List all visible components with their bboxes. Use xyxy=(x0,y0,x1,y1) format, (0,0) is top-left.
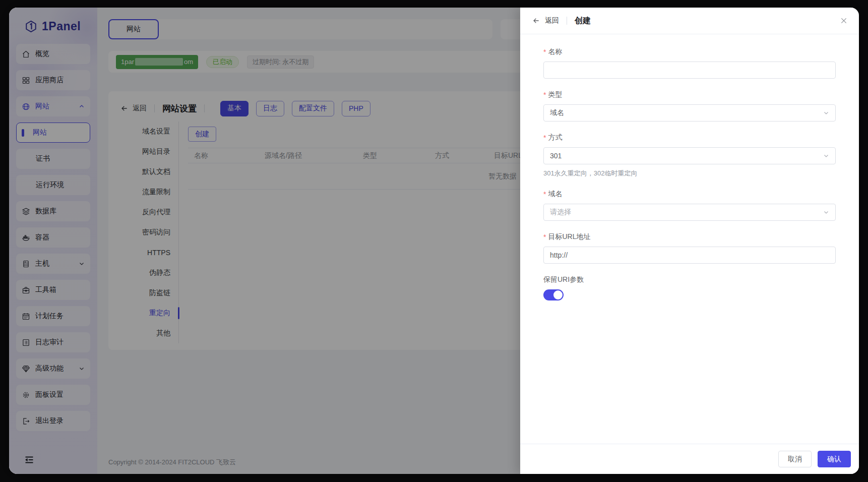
domain-select[interactable]: 请选择 xyxy=(543,204,836,221)
required-marker: * xyxy=(543,190,546,198)
field-keep-uri: 保留URI参数 xyxy=(543,275,836,300)
drawer-footer: 取消 确认 xyxy=(520,444,859,474)
type-label: 类型 xyxy=(548,90,562,99)
mode-hint-text: 301永久重定向，302临时重定向 xyxy=(543,169,836,178)
name-input[interactable] xyxy=(543,62,836,79)
required-marker: * xyxy=(543,91,546,99)
chevron-down-icon xyxy=(823,209,829,215)
required-marker: * xyxy=(543,48,546,56)
drawer-back-label: 返回 xyxy=(545,16,559,25)
chevron-down-icon xyxy=(823,153,829,159)
drawer-header: 返回 创建 xyxy=(520,8,859,34)
close-icon[interactable] xyxy=(840,17,848,25)
field-mode: * 方式 301 301永久重定向，302临时重定向 xyxy=(543,133,836,178)
mode-select[interactable]: 301 xyxy=(543,147,836,164)
keep-uri-toggle[interactable] xyxy=(543,289,564,300)
toggle-knob xyxy=(553,290,563,299)
type-select-value: 域名 xyxy=(550,108,564,117)
cancel-button[interactable]: 取消 xyxy=(778,451,812,467)
mode-select-value: 301 xyxy=(550,152,562,160)
required-marker: * xyxy=(543,134,546,142)
keep-uri-label: 保留URI参数 xyxy=(543,275,584,284)
app-window: 1Panel 概览 xyxy=(9,8,859,474)
chevron-down-icon xyxy=(823,110,829,116)
field-target-url: * 目标URL地址 xyxy=(543,232,836,264)
confirm-button[interactable]: 确认 xyxy=(818,451,851,467)
required-marker: * xyxy=(543,233,546,241)
field-domain: * 域名 请选择 xyxy=(543,190,836,221)
field-type: * 类型 域名 xyxy=(543,90,836,122)
domain-select-placeholder: 请选择 xyxy=(550,208,571,217)
target-url-label: 目标URL地址 xyxy=(548,232,590,242)
divider xyxy=(567,17,567,25)
field-name: * 名称 xyxy=(543,47,836,79)
screenshot-stage: 1Panel 概览 xyxy=(0,0,868,482)
domain-label: 域名 xyxy=(548,190,562,199)
mode-label: 方式 xyxy=(548,133,562,142)
name-label: 名称 xyxy=(548,47,562,56)
arrow-left-icon xyxy=(532,17,540,25)
target-url-input[interactable] xyxy=(543,247,836,264)
drawer-back-link[interactable]: 返回 xyxy=(532,16,559,25)
create-redirect-drawer: 返回 创建 * 名称 xyxy=(520,8,859,474)
drawer-form: * 名称 * 类型 域名 xyxy=(520,34,859,444)
drawer-title: 创建 xyxy=(575,16,591,26)
type-select[interactable]: 域名 xyxy=(543,104,836,122)
